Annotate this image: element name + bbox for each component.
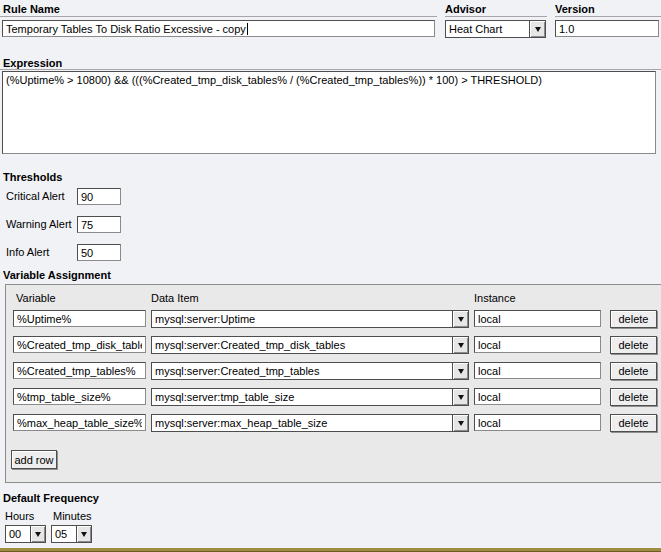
- instance-input[interactable]: [474, 388, 601, 405]
- minutes-label: Minutes: [53, 510, 92, 522]
- hours-select[interactable]: 00: [5, 525, 46, 543]
- delete-button[interactable]: delete: [610, 362, 657, 380]
- delete-button[interactable]: delete: [610, 414, 657, 432]
- default-frequency-heading: Default Frequency: [3, 492, 99, 504]
- version-label: Version: [555, 3, 595, 15]
- rule-name-label: Rule Name: [3, 3, 60, 15]
- rule-editor-page: Rule Name Temporary Tables To Disk Ratio…: [0, 0, 661, 552]
- data-item-select[interactable]: mysql:server:Created_tmp_tables: [151, 362, 469, 380]
- variable-input[interactable]: [13, 310, 146, 327]
- table-row: mysql:server:Created_tmp_tables delete: [6, 362, 661, 380]
- rule-name-input[interactable]: Temporary Tables To Disk Ratio Excessive…: [2, 20, 435, 37]
- divider: [445, 16, 547, 17]
- data-item-selected-value: mysql:server:Created_tmp_tables: [152, 363, 452, 379]
- rule-name-value: Temporary Tables To Disk Ratio Excessive…: [6, 23, 246, 35]
- chevron-down-icon: [81, 532, 87, 537]
- divider: [0, 16, 437, 17]
- column-header-instance: Instance: [474, 292, 516, 304]
- add-row-button[interactable]: add row: [11, 450, 57, 469]
- minutes-selected-value: 05: [52, 526, 76, 542]
- minutes-dropdown-button[interactable]: [76, 526, 91, 542]
- chevron-down-icon: [458, 395, 464, 400]
- expression-textarea[interactable]: (%Uptime% > 10800) && (((%Created_tmp_di…: [2, 71, 656, 154]
- chevron-down-icon: [458, 369, 464, 374]
- advisor-select[interactable]: Heat Chart: [445, 20, 546, 38]
- data-item-selected-value: mysql:server:Uptime: [152, 311, 452, 327]
- hours-selected-value: 00: [6, 526, 30, 542]
- delete-button[interactable]: delete: [610, 310, 657, 328]
- data-item-selected-value: mysql:server:tmp_table_size: [152, 389, 452, 405]
- table-row: mysql:server:Uptime delete: [6, 310, 661, 328]
- instance-input[interactable]: [474, 336, 601, 353]
- table-row: mysql:server:Created_tmp_disk_tables del…: [6, 336, 661, 354]
- data-item-dropdown-button[interactable]: [452, 337, 468, 353]
- instance-input[interactable]: [474, 310, 601, 327]
- table-row: mysql:server:tmp_table_size delete: [6, 388, 661, 406]
- variable-input[interactable]: [13, 388, 146, 405]
- warning-alert-label: Warning Alert: [6, 218, 72, 230]
- data-item-selected-value: mysql:server:Created_tmp_disk_tables: [152, 337, 452, 353]
- variable-assignment-panel: Variable Data Item Instance mysql:server…: [5, 284, 661, 483]
- advisor-label: Advisor: [445, 3, 486, 15]
- critical-alert-input[interactable]: [77, 188, 121, 205]
- column-header-variable: Variable: [16, 292, 56, 304]
- variable-input[interactable]: [13, 414, 146, 431]
- variable-input[interactable]: [13, 362, 146, 379]
- data-item-select[interactable]: mysql:server:Uptime: [151, 310, 469, 328]
- variable-input[interactable]: [13, 336, 146, 353]
- text-cursor: [247, 23, 248, 35]
- data-item-dropdown-button[interactable]: [452, 389, 468, 405]
- delete-button[interactable]: delete: [610, 388, 657, 406]
- data-item-dropdown-button[interactable]: [452, 363, 468, 379]
- data-item-dropdown-button[interactable]: [452, 415, 468, 431]
- column-header-data-item: Data Item: [151, 292, 199, 304]
- hours-dropdown-button[interactable]: [30, 526, 45, 542]
- data-item-dropdown-button[interactable]: [452, 311, 468, 327]
- divider: [0, 69, 661, 70]
- instance-input[interactable]: [474, 414, 601, 431]
- data-item-select[interactable]: mysql:server:Created_tmp_disk_tables: [151, 336, 469, 354]
- info-alert-label: Info Alert: [6, 246, 49, 258]
- advisor-selected-value: Heat Chart: [446, 21, 529, 37]
- expression-label: Expression: [3, 57, 62, 69]
- chevron-down-icon: [458, 317, 464, 322]
- critical-alert-label: Critical Alert: [6, 190, 65, 202]
- instance-input[interactable]: [474, 362, 601, 379]
- thresholds-heading: Thresholds: [3, 171, 62, 183]
- bottom-accent-line: [0, 548, 661, 552]
- chevron-down-icon: [458, 343, 464, 348]
- delete-button[interactable]: delete: [610, 336, 657, 354]
- advisor-dropdown-button[interactable]: [529, 21, 545, 37]
- chevron-down-icon: [35, 532, 41, 537]
- info-alert-input[interactable]: [77, 244, 121, 261]
- data-item-select[interactable]: mysql:server:tmp_table_size: [151, 388, 469, 406]
- chevron-down-icon: [458, 421, 464, 426]
- minutes-select[interactable]: 05: [51, 525, 92, 543]
- data-item-select[interactable]: mysql:server:max_heap_table_size: [151, 414, 469, 432]
- warning-alert-input[interactable]: [77, 216, 121, 233]
- data-item-selected-value: mysql:server:max_heap_table_size: [152, 415, 452, 431]
- hours-label: Hours: [5, 510, 34, 522]
- variable-assignment-heading: Variable Assignment: [3, 269, 111, 281]
- divider: [555, 16, 661, 17]
- version-input[interactable]: [555, 20, 659, 37]
- chevron-down-icon: [535, 27, 541, 32]
- table-row: mysql:server:max_heap_table_size delete: [6, 414, 661, 432]
